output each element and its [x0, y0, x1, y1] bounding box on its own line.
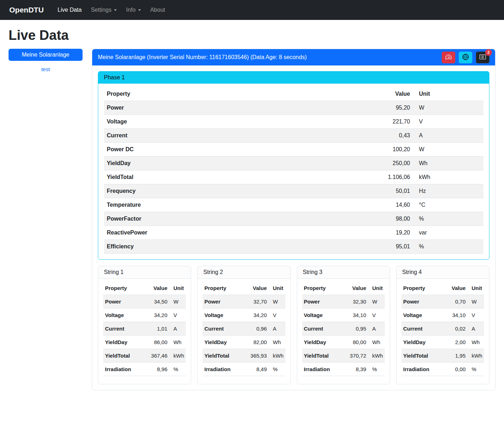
unit-cell: A — [169, 322, 186, 336]
unit-cell: kWh — [269, 349, 285, 363]
value-cell: 34,50 — [147, 295, 169, 309]
table-row: Power32,70W — [203, 295, 285, 309]
value-cell: 0,95 — [346, 322, 368, 336]
table-row: Power32,30W — [302, 295, 385, 309]
unit-cell: Wh — [368, 336, 385, 349]
property-cell: Irradiation — [302, 363, 346, 376]
string-card-4: String 4 Property Value Unit — [396, 266, 489, 384]
value-cell: 34,10 — [346, 309, 368, 322]
table-row: Irradiation8,96% — [103, 363, 186, 376]
table-row: YieldTotal365,93kWh — [203, 349, 285, 363]
property-cell: Current — [104, 129, 363, 143]
table-row: Irradiation8,49% — [203, 363, 285, 376]
unit-cell: V — [467, 309, 484, 322]
column-header-value: Value — [445, 281, 467, 295]
value-cell: 0,70 — [445, 295, 467, 309]
value-cell: 0,96 — [247, 322, 269, 336]
inverter-panel-body: Phase 1 Property Value Unit — [92, 65, 495, 390]
property-cell: Current — [103, 322, 147, 336]
property-cell: YieldDay — [401, 336, 445, 349]
table-row: YieldTotal367,46kWh — [103, 349, 186, 363]
column-header-value: Value — [363, 87, 413, 101]
property-cell: Voltage — [103, 309, 147, 322]
unit-cell: V — [169, 309, 186, 322]
table-row: Frequency50,01Hz — [104, 184, 483, 198]
unit-cell: Hz — [413, 184, 483, 198]
unit-cell: V — [269, 309, 285, 322]
property-cell: Voltage — [203, 309, 246, 322]
inverter-link-test[interactable]: test — [9, 66, 83, 72]
event-log-button[interactable]: 2 — [476, 52, 489, 63]
value-cell: 0,02 — [445, 322, 467, 336]
value-cell: 80,00 — [346, 336, 368, 349]
property-cell: Voltage — [401, 309, 445, 322]
speedometer-icon — [445, 54, 452, 61]
nav-item-about[interactable]: About — [146, 4, 170, 16]
value-cell: 2,00 — [445, 336, 467, 349]
property-cell: Voltage — [302, 309, 346, 322]
property-cell: YieldTotal — [401, 349, 445, 363]
value-cell: 1.106,06 — [363, 170, 413, 184]
table-row: Current0,02A — [401, 322, 484, 336]
value-cell: 14,60 — [363, 198, 413, 212]
event-count-badge: 2 — [485, 49, 492, 56]
property-cell: Irradiation — [103, 363, 147, 376]
unit-cell: kWh — [368, 349, 385, 363]
nav-item-live-data[interactable]: Live Data — [53, 4, 86, 16]
value-cell: 82,00 — [247, 336, 269, 349]
value-cell: 221,70 — [363, 115, 413, 129]
column-header-property: Property — [203, 281, 246, 295]
column-header-unit: Unit — [467, 281, 484, 295]
column-header-property: Property — [103, 281, 147, 295]
value-cell: 86,00 — [147, 336, 169, 349]
nav-item-label: Live Data — [58, 7, 82, 13]
value-cell: 32,30 — [346, 295, 368, 309]
string-card-title: String 2 — [198, 266, 290, 279]
unit-cell: A — [269, 322, 285, 336]
unit-cell: var — [413, 226, 483, 240]
table-row: YieldDay86,00Wh — [103, 336, 186, 349]
property-cell: YieldDay — [103, 336, 147, 349]
dropdown-caret-icon — [138, 9, 141, 11]
unit-cell: % — [169, 363, 186, 376]
table-row: Current0,96A — [203, 322, 285, 336]
unit-cell: % — [269, 363, 285, 376]
column-header-unit: Unit — [269, 281, 285, 295]
property-cell: Current — [302, 322, 346, 336]
table-row: YieldTotal1.106,06kWh — [104, 170, 483, 184]
device-info-button[interactable] — [459, 52, 472, 63]
property-cell: Efficiency — [104, 240, 363, 254]
value-cell: 1,01 — [147, 322, 169, 336]
unit-cell: W — [413, 101, 483, 115]
table-row: Irradiation8,39% — [302, 363, 385, 376]
table-row: YieldDay82,00Wh — [203, 336, 285, 349]
property-cell: Current — [203, 322, 246, 336]
app-brand[interactable]: OpenDTU — [9, 6, 44, 14]
limit-settings-button[interactable] — [442, 52, 455, 63]
value-cell: 370,72 — [346, 349, 368, 363]
value-cell: 50,01 — [363, 184, 413, 198]
unit-cell: Wh — [413, 157, 483, 170]
cpu-icon — [462, 54, 469, 61]
value-cell: 98,00 — [363, 212, 413, 226]
nav-item-info[interactable]: Info — [121, 4, 146, 16]
property-cell: Power — [302, 295, 346, 309]
nav-item-settings[interactable]: Settings — [86, 4, 121, 16]
unit-cell: A — [368, 322, 385, 336]
property-cell: Frequency — [104, 184, 363, 198]
inverter-panel: Meine Solaranlage (Inverter Serial Numbe… — [92, 49, 495, 390]
unit-cell: V — [413, 115, 483, 129]
table-row: Voltage34,10V — [401, 309, 484, 322]
value-cell: 100,20 — [363, 143, 413, 157]
nav-item-label: About — [150, 7, 165, 13]
string-table: Property Value Unit Power0,70WVoltage34,… — [401, 281, 484, 376]
table-row: Temperature14,60°C — [104, 198, 483, 212]
string-card-1: String 1 Property Value Unit — [98, 266, 191, 384]
unit-cell: W — [413, 143, 483, 157]
inverter-sidebar: Meine Solaranlage test — [9, 49, 83, 72]
inverter-button-meine-solaranlage[interactable]: Meine Solaranlage — [9, 49, 83, 61]
value-cell: 8,39 — [346, 363, 368, 376]
property-cell: Irradiation — [401, 363, 445, 376]
strings-row: String 1 Property Value Unit — [98, 266, 489, 384]
property-cell: Power — [104, 101, 363, 115]
